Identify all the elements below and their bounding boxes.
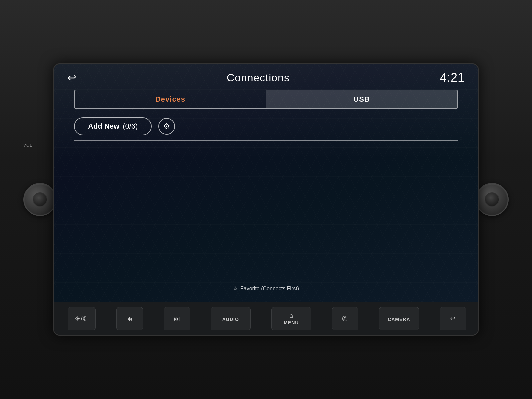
device-list [74, 147, 458, 282]
back-icon: ↩ [450, 315, 456, 322]
add-new-label: Add New [88, 122, 119, 131]
home-icon: ⌂ [289, 312, 293, 319]
clock-display: 4:21 [440, 71, 465, 85]
car-surround: VOL ↩ Connections 4:21 Devices [0, 0, 532, 399]
volume-knob-area: VOL [23, 183, 57, 216]
phone-button[interactable]: ✆ [332, 307, 358, 330]
brightness-icon: ☀/☾ [75, 315, 89, 322]
screen-bezel: ↩ Connections 4:21 Devices USB [53, 63, 479, 336]
tab-bar: Devices USB [74, 90, 458, 109]
favorite-hint: ☆ Favorite (Connects First) [74, 282, 458, 295]
divider [74, 140, 458, 141]
camera-button[interactable]: CAMERA [379, 307, 419, 330]
tab-devices[interactable]: Devices [75, 90, 266, 108]
next-icon: ⏭ [174, 315, 180, 322]
back-button[interactable]: ↩ [67, 72, 76, 83]
settings-button[interactable]: ⚙ [158, 118, 175, 135]
add-new-button[interactable]: Add New (0/6) [74, 117, 152, 135]
tuning-knob[interactable] [475, 183, 509, 216]
next-track-button[interactable]: ⏭ [164, 307, 190, 330]
tuning-knob-area [475, 183, 509, 216]
prev-icon: ⏮ [126, 315, 133, 322]
device-count: (0/6) [123, 122, 138, 131]
menu-button[interactable]: ⌂ MENU [271, 307, 311, 330]
star-icon: ☆ [233, 285, 238, 292]
screen-title: Connections [227, 72, 290, 84]
header: ↩ Connections 4:21 [54, 64, 478, 90]
camera-label: CAMERA [388, 317, 410, 322]
prev-track-button[interactable]: ⏮ [116, 307, 143, 330]
brightness-button[interactable]: ☀/☾ [68, 307, 96, 330]
button-bar: ☀/☾ ⏮ ⏭ AUDIO ⌂ MENU ✆ [54, 302, 479, 335]
phone-icon: ✆ [342, 315, 348, 322]
tab-usb[interactable]: USB [266, 90, 457, 108]
menu-label: MENU [284, 320, 299, 325]
add-new-row: Add New (0/6) ⚙ [74, 117, 458, 135]
screen-content: Add New (0/6) ⚙ ☆ Favorite (Connects Fir… [54, 109, 478, 302]
main-screen: ↩ Connections 4:21 Devices USB [54, 64, 478, 302]
gear-icon: ⚙ [163, 122, 170, 131]
back-hw-button[interactable]: ↩ [440, 307, 466, 330]
volume-knob[interactable] [23, 183, 57, 216]
audio-button[interactable]: AUDIO [211, 307, 251, 330]
audio-label: AUDIO [222, 317, 239, 322]
vol-label: VOL [23, 143, 32, 148]
